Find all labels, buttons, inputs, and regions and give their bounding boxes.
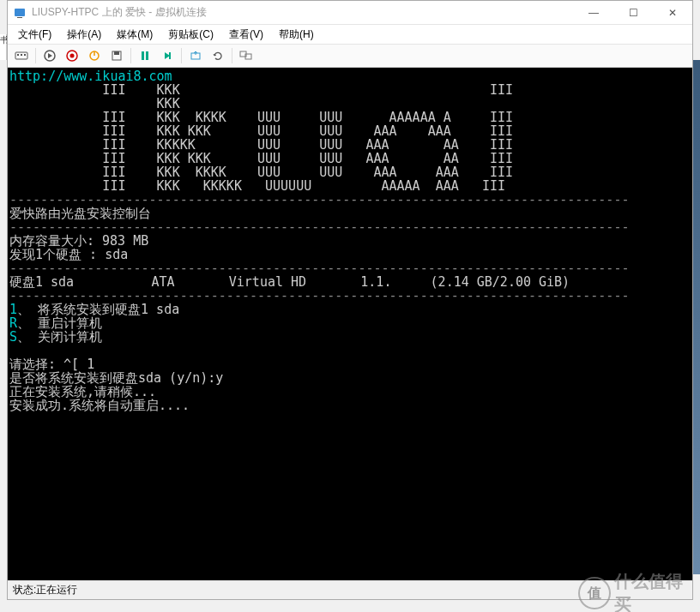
vm-connection-window: LIUSPY-HTPC 上的 爱快 - 虚拟机连接 — ☐ ✕ 文件(F) 操作… — [7, 0, 693, 600]
maximize-button[interactable]: ☐ — [613, 1, 653, 24]
status-label: 状态: — [13, 583, 36, 597]
window-buttons: — ☐ ✕ — [574, 1, 692, 24]
toolbar-separator — [35, 48, 36, 63]
menu-file[interactable]: 文件(F) — [11, 26, 58, 44]
revert-button[interactable] — [208, 46, 228, 65]
checkpoint-button[interactable] — [185, 46, 206, 65]
toolbar-separator — [181, 48, 182, 63]
toolbar-separator — [130, 48, 131, 63]
titlebar: LIUSPY-HTPC 上的 爱快 - 虚拟机连接 — ☐ ✕ — [8, 1, 692, 25]
left-edge-fragment: 书 — [0, 34, 7, 60]
svg-rect-1 — [17, 17, 22, 18]
svg-rect-0 — [15, 9, 25, 16]
start-button[interactable] — [39, 46, 60, 65]
pause-button[interactable] — [135, 46, 155, 65]
menu-view[interactable]: 查看(V) — [222, 26, 270, 44]
turnoff-button[interactable] — [62, 46, 82, 65]
toolbar — [8, 44, 692, 68]
menu-action[interactable]: 操作(A) — [60, 26, 108, 44]
svg-rect-5 — [24, 54, 26, 56]
svg-rect-13 — [146, 51, 148, 60]
watermark-text: 什么值得买 — [614, 570, 699, 612]
status-value: 正在运行 — [36, 583, 77, 597]
menu-media[interactable]: 媒体(M) — [110, 26, 160, 44]
svg-point-8 — [70, 54, 75, 58]
app-icon — [13, 6, 27, 20]
svg-rect-4 — [21, 54, 22, 56]
menubar: 文件(F) 操作(A) 媒体(M) 剪贴板(C) 查看(V) 帮助(H) — [8, 25, 692, 44]
svg-rect-12 — [142, 51, 144, 60]
option-s-key: S — [9, 329, 17, 345]
svg-rect-11 — [114, 51, 119, 55]
toolbar-separator — [232, 48, 232, 63]
reset-button[interactable] — [157, 46, 178, 65]
save-button[interactable] — [106, 46, 127, 65]
watermark: 值 什么值得买 — [578, 576, 698, 610]
menu-clipboard[interactable]: 剪贴板(C) — [161, 26, 220, 44]
watermark-icon: 值 — [578, 577, 611, 609]
minimize-button[interactable]: — — [574, 1, 613, 24]
ctrl-alt-del-button[interactable] — [11, 46, 32, 65]
ascii-logo: III KKK III KKK III KKK KKKK UUU UUU AAA… — [9, 82, 513, 194]
success-text: 安装成功.系统将自动重启.... — [9, 398, 190, 413]
option-s-text: 、 关闭计算机 — [17, 329, 102, 345]
window-title: LIUSPY-HTPC 上的 爱快 - 虚拟机连接 — [32, 5, 574, 20]
menu-help[interactable]: 帮助(H) — [272, 26, 321, 44]
shutdown-button[interactable] — [84, 46, 105, 65]
close-button[interactable]: ✕ — [653, 1, 692, 24]
desktop-background-strip — [693, 60, 700, 574]
svg-rect-3 — [17, 54, 19, 56]
enhanced-session-button[interactable] — [236, 46, 256, 65]
vm-console[interactable]: http://www.ikuai8.com III KKK III KKK II… — [8, 68, 692, 580]
